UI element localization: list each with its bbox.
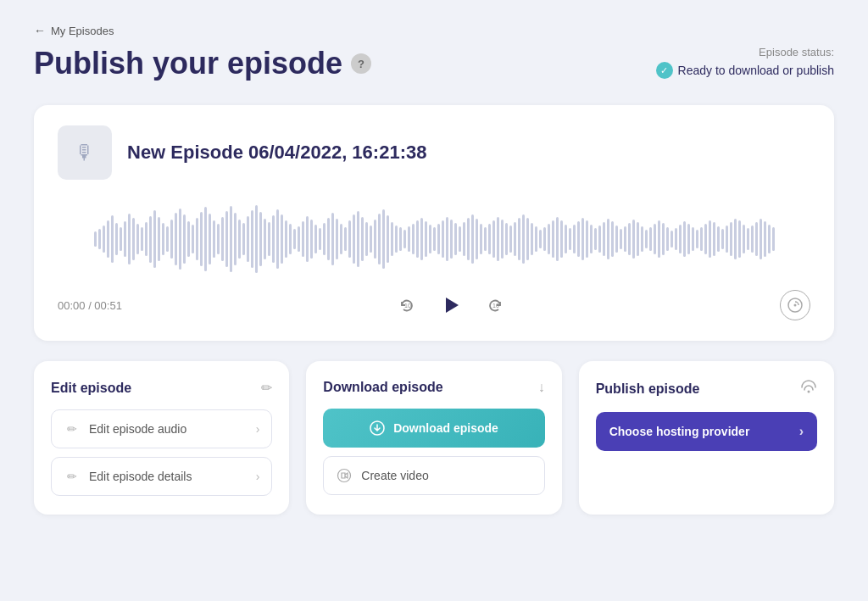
- status-text: Ready to download or publish: [678, 64, 834, 77]
- download-card-title: Download episode: [323, 380, 442, 395]
- edit-details-button[interactable]: ✏ Edit episode details ›: [51, 457, 272, 496]
- download-episode-button[interactable]: Download episode: [323, 409, 544, 448]
- waveform[interactable]: [58, 205, 810, 273]
- broadcast-icon: [800, 380, 817, 398]
- publish-card-title: Publish episode: [596, 381, 700, 397]
- page-header: Publish your episode ? Episode status: ✓…: [34, 46, 834, 81]
- svg-text:10: 10: [492, 303, 499, 309]
- status-check-icon: ✓: [656, 62, 673, 79]
- status-badge: ✓ Ready to download or publish: [656, 62, 834, 79]
- forward-button[interactable]: 10: [480, 290, 510, 320]
- publish-card-header: Publish episode: [596, 380, 817, 398]
- edit-audio-arrow: ›: [256, 422, 260, 436]
- video-icon: [336, 467, 353, 484]
- episode-card: 🎙 New Episode 06/04/2022, 16:21:38 00:00…: [34, 105, 834, 341]
- edit-details-arrow: ›: [256, 470, 260, 483]
- help-icon[interactable]: ?: [351, 53, 371, 74]
- play-button[interactable]: [436, 290, 466, 320]
- edit-details-inner: ✏ Edit episode details: [64, 468, 192, 485]
- rewind-button[interactable]: 10: [392, 290, 422, 320]
- breadcrumb-label: My Episodes: [51, 25, 114, 37]
- breadcrumb[interactable]: ← My Episodes: [34, 24, 834, 37]
- publish-episode-card: Publish episode Choose hosting provider …: [579, 361, 834, 515]
- back-arrow-icon: ←: [34, 24, 46, 37]
- edit-audio-button[interactable]: ✏ Edit episode audio ›: [51, 409, 272, 448]
- title-wrap: Publish your episode ?: [34, 46, 371, 81]
- audio-icon: ✏: [64, 420, 81, 437]
- download-btn-label: Download episode: [393, 421, 498, 435]
- create-video-inner: Create video: [336, 467, 428, 484]
- episode-thumbnail: 🎙: [58, 125, 112, 180]
- player-controls: 00:00 / 00:51 10: [58, 290, 810, 320]
- svg-point-7: [808, 391, 810, 393]
- episode-status-label: Episode status:: [656, 46, 834, 58]
- time-display: 00:00 / 00:51: [58, 299, 122, 312]
- episode-status: Episode status: ✓ Ready to download or p…: [656, 46, 834, 79]
- speed-button[interactable]: [780, 290, 810, 320]
- edit-card-header: Edit episode ✏: [51, 380, 272, 396]
- svg-marker-1: [446, 298, 459, 313]
- choose-hosting-button[interactable]: Choose hosting provider ›: [596, 412, 817, 451]
- create-video-button[interactable]: Create video: [323, 456, 544, 495]
- bottom-cards: Edit episode ✏ ✏ Edit episode audio › ✏ …: [34, 361, 834, 515]
- episode-info: 🎙 New Episode 06/04/2022, 16:21:38: [58, 125, 810, 180]
- edit-card-title: Edit episode: [51, 381, 131, 396]
- playback-controls: 10 10: [392, 290, 510, 320]
- edit-pencil-icon: ✏: [261, 380, 272, 396]
- svg-point-6: [338, 470, 351, 482]
- download-arrow-icon: ↓: [538, 380, 545, 395]
- page-title: Publish your episode: [34, 46, 342, 81]
- edit-details-label: Edit episode details: [89, 470, 192, 483]
- download-card-header: Download episode ↓: [323, 380, 544, 395]
- edit-episode-card: Edit episode ✏ ✏ Edit episode audio › ✏ …: [34, 361, 289, 515]
- details-icon: ✏: [64, 468, 81, 485]
- svg-point-4: [794, 304, 797, 307]
- edit-audio-inner: ✏ Edit episode audio: [64, 420, 186, 437]
- choose-hosting-label: Choose hosting provider: [609, 425, 750, 438]
- publish-arrow-icon: ›: [799, 424, 804, 439]
- page-container: ← My Episodes Publish your episode ? Epi…: [0, 0, 868, 548]
- download-episode-card: Download episode ↓ Download episode: [306, 361, 561, 515]
- podcast-icon: 🎙: [75, 141, 95, 164]
- episode-title: New Episode 06/04/2022, 16:21:38: [127, 142, 426, 164]
- edit-audio-label: Edit episode audio: [89, 422, 186, 436]
- download-btn-icon: [370, 420, 385, 436]
- svg-text:10: 10: [404, 303, 411, 309]
- create-video-label: Create video: [361, 469, 428, 482]
